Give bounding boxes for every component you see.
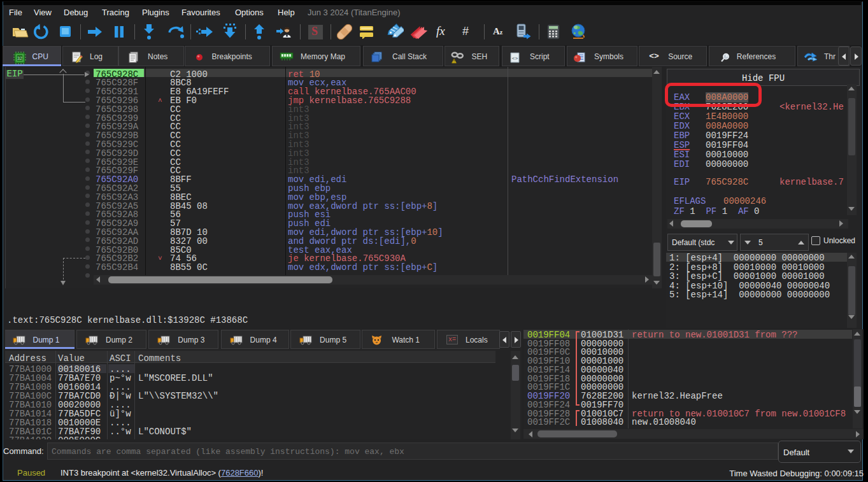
svg-text:32: 32	[17, 56, 22, 60]
svg-text:<>: <>	[512, 55, 518, 61]
